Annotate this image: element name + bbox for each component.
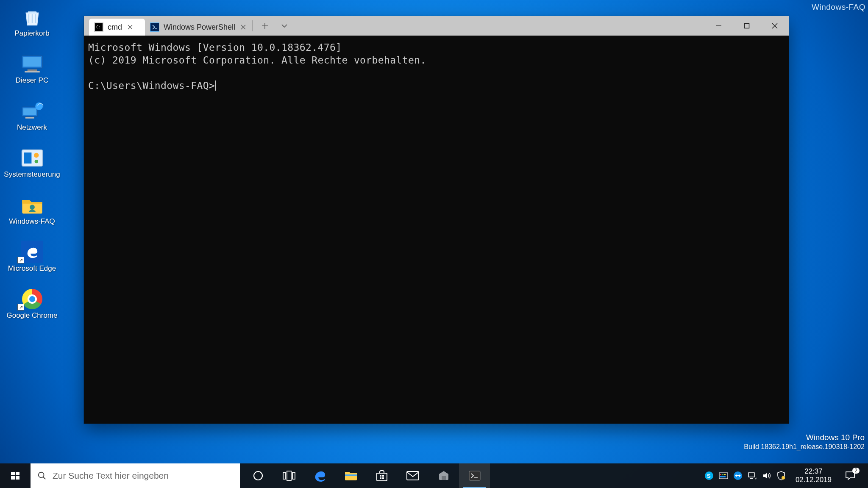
svg-rect-5 <box>23 108 36 115</box>
search-icon <box>37 471 47 480</box>
svg-point-19 <box>39 472 44 478</box>
svg-rect-40 <box>737 475 739 476</box>
terminal-icon <box>468 470 481 481</box>
start-button[interactable] <box>0 463 31 488</box>
svg-rect-22 <box>287 471 291 480</box>
control-panel-icon <box>17 146 47 169</box>
tab-close-button[interactable] <box>126 23 134 31</box>
tray-keyboard-icon[interactable] <box>718 471 729 481</box>
desktop-icon-network[interactable]: Netzwerk <box>3 99 61 144</box>
desktop-icon-label: Papierkorb <box>3 29 61 38</box>
svg-rect-3 <box>25 71 39 72</box>
folder-user-icon <box>17 193 47 216</box>
desktop-icon-edge[interactable]: ↗ Microsoft Edge <box>3 240 61 285</box>
new-tab-button[interactable] <box>255 16 275 36</box>
taskbar-app-grey-button[interactable] <box>428 463 459 488</box>
tab-label: Windows PowerShell <box>164 23 235 32</box>
desktop-icon-chrome[interactable]: ↗ Google Chrome <box>3 287 61 332</box>
maximize-button[interactable] <box>733 16 761 36</box>
watermark-text: Windows-FAQ <box>812 3 865 12</box>
svg-text:!: ! <box>782 477 783 480</box>
task-view-icon <box>283 471 295 481</box>
tab-powershell[interactable]: Windows PowerShell <box>145 19 252 36</box>
desktop-icon-label: Microsoft Edge <box>3 264 61 273</box>
terminal-cursor <box>215 80 216 91</box>
tab-dropdown-button[interactable] <box>275 16 294 36</box>
svg-rect-16 <box>16 472 19 475</box>
taskbar-mail-button[interactable] <box>397 463 428 488</box>
taskbar-apps <box>240 463 490 488</box>
this-pc-icon <box>17 52 47 75</box>
svg-text:C:: C: <box>96 25 101 29</box>
taskbar-terminal-button[interactable] <box>459 463 490 488</box>
clock-date: 02.12.2019 <box>796 476 832 484</box>
grey-app-icon <box>437 470 450 482</box>
tray-skype-icon[interactable]: S <box>704 471 714 481</box>
svg-rect-2 <box>27 69 37 71</box>
shortcut-arrow-icon: ↗ <box>17 304 24 311</box>
taskbar-cortana-button[interactable] <box>242 463 273 488</box>
cmd-icon: C: <box>94 22 103 32</box>
desktop-icon-windows-faq[interactable]: Windows-FAQ <box>3 193 61 238</box>
tab-close-button[interactable] <box>239 23 247 31</box>
svg-rect-14 <box>745 24 749 28</box>
desktop-version-overlay: Windows 10 Pro Build 18362.19h1_release.… <box>744 433 865 451</box>
tab-controls <box>253 16 297 36</box>
svg-point-10 <box>34 152 39 157</box>
svg-rect-41 <box>748 473 754 477</box>
svg-rect-42 <box>750 478 753 479</box>
tab-strip: C: cmd Windows PowerShell <box>84 16 705 36</box>
taskbar-task-view-button[interactable] <box>273 463 304 488</box>
show-desktop-button[interactable] <box>864 463 868 488</box>
cortana-icon <box>253 470 264 481</box>
powershell-icon <box>150 22 159 32</box>
tray-security-icon[interactable]: ! <box>776 471 786 481</box>
close-button[interactable] <box>761 16 789 36</box>
svg-rect-25 <box>380 475 381 477</box>
tab-label: cmd <box>108 23 122 32</box>
taskbar-edge-button[interactable] <box>304 463 335 488</box>
svg-rect-38 <box>720 476 726 477</box>
desktop-icon-this-pc[interactable]: Dieser PC <box>3 52 61 97</box>
svg-rect-9 <box>24 152 31 164</box>
svg-text:S: S <box>707 473 711 479</box>
tray-teamviewer-icon[interactable] <box>733 471 743 481</box>
tab-cmd[interactable]: C: cmd <box>89 19 145 36</box>
svg-rect-23 <box>292 472 295 479</box>
terminal-prompt: C:\Users\Windows-FAQ> <box>88 80 215 91</box>
terminal-body[interactable]: Microsoft Windows [Version 10.0.18362.47… <box>84 36 789 424</box>
terminal-line: Microsoft Windows [Version 10.0.18362.47… <box>88 42 342 53</box>
svg-rect-34 <box>719 473 728 479</box>
tray-network-icon[interactable] <box>747 471 757 481</box>
desktop-icon-label: Google Chrome <box>3 311 61 320</box>
system-tray[interactable]: S ! <box>700 463 790 488</box>
tray-volume-icon[interactable] <box>762 471 772 481</box>
taskbar-microsoft-store-button[interactable] <box>366 463 397 488</box>
taskbar-file-explorer-button[interactable] <box>335 463 366 488</box>
svg-rect-1 <box>23 57 41 67</box>
clock-time: 22:37 <box>804 467 823 476</box>
network-icon <box>17 99 47 122</box>
desktop-icon-label: Systemsteuerung <box>3 170 61 179</box>
desktop-icon-control-panel[interactable]: Systemsteuerung <box>3 146 61 191</box>
edge-icon <box>314 469 326 482</box>
recycle-bin-icon <box>17 5 47 28</box>
taskbar-clock[interactable]: 22:37 02.12.2019 <box>790 463 837 488</box>
search-placeholder: Zur Suche Text hier eingeben <box>53 471 169 481</box>
action-center-button[interactable]: 2 <box>837 463 864 488</box>
window-controls <box>705 16 789 36</box>
terminal-line: (c) 2019 Microsoft Corporation. Alle Rec… <box>88 55 426 66</box>
minimize-button[interactable] <box>705 16 733 36</box>
svg-rect-28 <box>382 477 384 479</box>
terminal-window[interactable]: C: cmd Windows PowerShell <box>84 16 789 424</box>
desktop-icon-recycle-bin[interactable]: Papierkorb <box>3 5 61 50</box>
taskbar-right: S ! 22:37 02.12.2019 2 <box>700 463 868 488</box>
window-titlebar[interactable]: C: cmd Windows PowerShell <box>84 16 789 36</box>
svg-rect-18 <box>16 476 19 480</box>
svg-rect-15 <box>11 472 15 475</box>
taskbar-search-box[interactable]: Zur Suche Text hier eingeben <box>31 463 240 488</box>
windows-edition-label: Windows 10 Pro <box>744 433 865 442</box>
svg-rect-31 <box>469 471 480 480</box>
shortcut-arrow-icon: ↗ <box>17 257 24 263</box>
svg-rect-17 <box>11 476 15 480</box>
